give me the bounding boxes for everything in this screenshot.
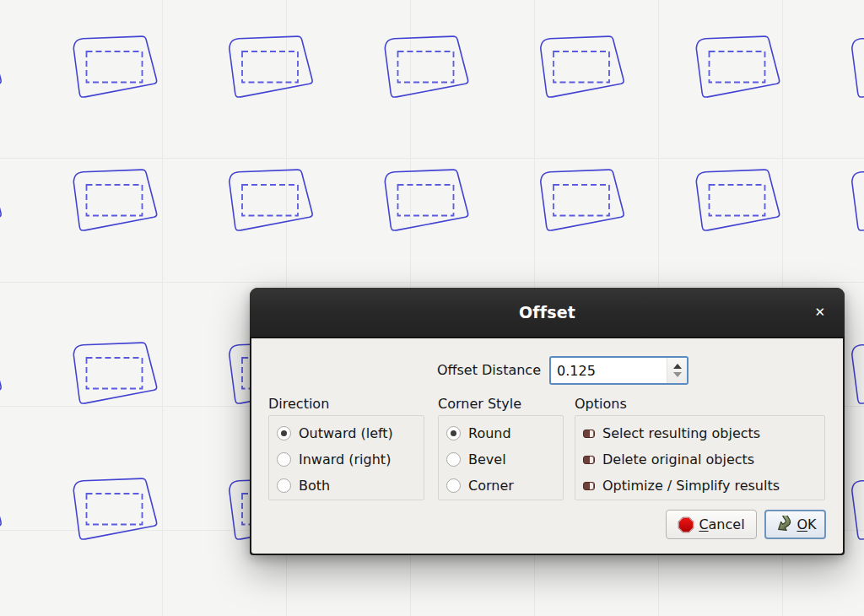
radio-inward-right[interactable]: Inward (right) xyxy=(269,446,424,473)
radio-icon xyxy=(446,426,461,440)
checkbox-select-resulting-objects[interactable]: Select resulting objects xyxy=(575,420,824,446)
radio-label: Corner xyxy=(468,478,514,494)
radio-round[interactable]: Round xyxy=(439,420,563,446)
checkbox-icon xyxy=(583,456,595,464)
radio-label: Inward (right) xyxy=(299,451,391,467)
dialog-body: Offset Distance Direction Corner Style O… xyxy=(251,338,843,554)
stop-sign-icon xyxy=(678,516,694,533)
radio-bevel[interactable]: Bevel xyxy=(439,446,563,473)
offset-dialog: Offset ✕ Offset Distance Direction Corne… xyxy=(250,288,845,555)
direction-group: Outward (left) Inward (right) Both xyxy=(268,415,424,500)
checkbox-label: Select resulting objects xyxy=(602,425,760,441)
radio-icon xyxy=(277,478,291,493)
radio-label: Bevel xyxy=(468,451,506,467)
options-group: Select resulting objects Delete original… xyxy=(575,415,825,500)
offset-distance-label: Offset Distance xyxy=(251,362,541,378)
close-icon[interactable]: ✕ xyxy=(814,306,825,319)
ok-label: OK xyxy=(796,516,816,532)
dialog-title: Offset xyxy=(519,303,575,322)
radio-label: Outward (left) xyxy=(299,425,393,441)
options-group-title: Options xyxy=(575,396,627,412)
checkbox-optimize-simplify-results[interactable]: Optimize / Simplify results xyxy=(575,473,824,499)
radio-outward-left[interactable]: Outward (left) xyxy=(269,420,424,446)
offset-distance-spinbox xyxy=(549,356,688,385)
corner-style-group-title: Corner Style xyxy=(438,396,521,412)
checkbox-delete-original-objects[interactable]: Delete original objects xyxy=(575,446,824,473)
radio-both[interactable]: Both xyxy=(269,473,424,499)
checkbox-label: Delete original objects xyxy=(602,451,754,467)
radio-icon xyxy=(277,452,291,467)
radio-corner[interactable]: Corner xyxy=(439,473,563,499)
radio-icon xyxy=(446,478,461,493)
offset-distance-input[interactable] xyxy=(551,358,667,383)
radio-label: Round xyxy=(468,425,511,441)
spin-up-icon[interactable] xyxy=(673,364,682,369)
checkbox-icon xyxy=(583,482,595,490)
dialog-titlebar[interactable]: Offset ✕ xyxy=(250,288,845,338)
radio-icon xyxy=(446,452,461,467)
cancel-label: Cancel xyxy=(699,516,744,532)
radio-label: Both xyxy=(299,478,330,494)
corner-style-group: Round Bevel Corner xyxy=(438,415,564,500)
checkbox-icon xyxy=(583,430,595,438)
ok-arrow-icon xyxy=(774,516,792,533)
checkbox-label: Optimize / Simplify results xyxy=(602,478,780,494)
radio-icon xyxy=(277,426,291,440)
spin-down-icon[interactable] xyxy=(673,372,682,377)
direction-group-title: Direction xyxy=(268,396,329,412)
cancel-button[interactable]: Cancel xyxy=(666,510,757,539)
spinner-buttons xyxy=(667,358,687,383)
ok-button[interactable]: OK xyxy=(764,510,826,539)
